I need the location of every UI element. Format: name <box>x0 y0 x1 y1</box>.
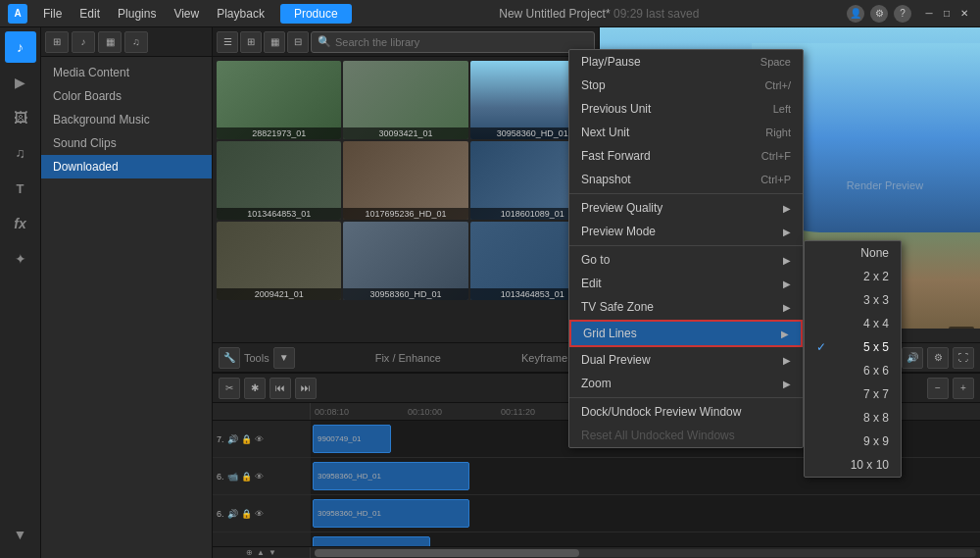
help-icon[interactable]: ? <box>894 5 911 23</box>
ruler-time-1: 00:08:10 <box>315 407 349 417</box>
sub-2x2[interactable]: 2 x 2 <box>805 265 901 288</box>
sub-6x6[interactable]: 6 x 6 <box>805 359 901 382</box>
ctx-tv-safe-zone[interactable]: TV Safe Zone ▶ <box>569 295 803 319</box>
track-content-6a[interactable]: 30958360_HD_01 <box>311 495 980 532</box>
media-thumb-1[interactable]: 28821973_01 <box>217 61 341 139</box>
scrollbar-thumb[interactable] <box>315 549 579 557</box>
ctx-goto[interactable]: Go to ▶ <box>569 248 803 272</box>
view-grid-btn[interactable]: ⊞ <box>240 31 262 53</box>
panel-tool-4[interactable]: ♫ <box>124 31 148 53</box>
sub-4x4[interactable]: 4 x 4 <box>805 312 901 335</box>
add-track-btn[interactable]: ⊕ <box>246 548 253 557</box>
sort-btn[interactable]: ⊟ <box>287 31 309 53</box>
timeline-redo[interactable]: ⏭ <box>295 378 317 399</box>
ctx-preview-mode[interactable]: Preview Mode ▶ <box>569 220 803 243</box>
panel-item-bgmusic[interactable]: Background Music <box>41 108 212 131</box>
ctx-dock-undock[interactable]: Dock/Undock Preview Window <box>569 400 803 424</box>
sidebar-collapse-icon[interactable]: ▼ <box>5 519 36 550</box>
close-button[interactable]: ✕ <box>956 6 972 22</box>
track-lock-6a[interactable]: 🔒 <box>241 509 252 519</box>
sub-9x9[interactable]: 9 x 9 <box>805 430 901 453</box>
panel-tool-1[interactable]: ⊞ <box>45 31 69 53</box>
sub-7x7[interactable]: 7 x 7 <box>805 382 901 406</box>
track-down-btn[interactable]: ▼ <box>269 548 276 557</box>
track-clip-6a[interactable]: 30958360_HD_01 <box>313 499 469 529</box>
minimize-button[interactable]: ─ <box>921 6 937 22</box>
track-clip-5[interactable]: 30958360_HD_01 <box>313 536 430 546</box>
sub-3x3[interactable]: 3 x 3 <box>805 288 901 312</box>
produce-button[interactable]: Produce <box>280 4 352 24</box>
timeline-zoom-out[interactable]: − <box>927 378 949 399</box>
horizontal-scrollbar[interactable] <box>315 549 976 557</box>
ctx-preview-quality[interactable]: Preview Quality ▶ <box>569 196 803 220</box>
media-thumb-4[interactable]: 1013464853_01 <box>217 141 341 220</box>
sidebar-playback-icon[interactable]: ▶ <box>5 67 36 98</box>
panel-tool-3[interactable]: ▦ <box>98 31 122 53</box>
media-thumb-8[interactable]: 30958360_HD_01 <box>343 222 467 300</box>
ctx-zoom[interactable]: Zoom ▶ <box>569 372 803 395</box>
ctx-play-pause-shortcut: Space <box>760 56 791 68</box>
timeline-undo[interactable]: ⏮ <box>270 378 291 399</box>
ctx-next-unit[interactable]: Next Unit Right <box>569 121 803 144</box>
view-thumb-btn[interactable]: ▦ <box>264 31 285 53</box>
preview-fullscreen-btn[interactable]: ⛶ <box>953 347 974 369</box>
panel-item-media[interactable]: Media Content <box>41 61 212 84</box>
track-eye-6a[interactable]: 👁 <box>255 509 264 519</box>
menu-playback[interactable]: Playback <box>209 5 272 23</box>
view-list-btn[interactable]: ☰ <box>217 31 238 53</box>
menu-bar[interactable]: File Edit Plugins View Playback <box>35 5 272 23</box>
ctx-stop[interactable]: Stop Ctrl+/ <box>569 74 803 97</box>
sidebar-photo-icon[interactable]: 🖼 <box>5 102 36 133</box>
timeline-scrollbar[interactable]: ⊕ ▲ ▼ <box>213 546 980 558</box>
menu-file[interactable]: File <box>35 5 70 23</box>
preview-settings-btn[interactable]: ⚙ <box>927 347 949 369</box>
sub-10x10[interactable]: 10 x 10 <box>805 453 901 477</box>
track-eye-6v[interactable]: 👁 <box>255 472 264 482</box>
sidebar-music-icon[interactable]: ♫ <box>5 137 36 169</box>
panel-item-soundclips[interactable]: Sound Clips <box>41 131 212 155</box>
sidebar-star-icon[interactable]: ✦ <box>5 243 36 275</box>
search-input[interactable] <box>335 36 588 48</box>
track-lock-7a[interactable]: 🔒 <box>241 434 252 444</box>
track-up-btn[interactable]: ▲ <box>257 548 265 557</box>
menu-plugins[interactable]: Plugins <box>110 5 164 23</box>
ctx-fast-forward[interactable]: Fast Forward Ctrl+F <box>569 144 803 168</box>
media-bottom-toolbar: 🔧 Tools ▼ Fix / Enhance Keyframe ⊕ <box>213 342 599 372</box>
panel-tool-2[interactable]: ♪ <box>72 31 95 53</box>
panel-item-colorboards[interactable]: Color Boards <box>41 84 212 108</box>
media-thumb-2[interactable]: 30093421_01 <box>343 61 467 139</box>
sub-none[interactable]: None <box>805 241 901 265</box>
timeline-zoom-in[interactable]: + <box>953 378 974 399</box>
media-thumb-5[interactable]: 1017695236_HD_01 <box>343 141 467 220</box>
ctx-edit[interactable]: Edit ▶ <box>569 272 803 295</box>
sidebar-fx-icon[interactable]: fx <box>5 208 36 239</box>
media-thumb-7[interactable]: 2009421_01 <box>217 222 341 300</box>
tools-btn[interactable]: 🔧 <box>219 347 240 369</box>
ctx-play-pause[interactable]: Play/Pause Space <box>569 50 803 74</box>
track-eye-7a[interactable]: 👁 <box>255 434 264 444</box>
sub-5x5[interactable]: ✓ 5 x 5 <box>805 335 901 359</box>
account-icon[interactable]: 👤 <box>847 5 864 23</box>
sidebar-text-icon[interactable]: T <box>5 173 36 204</box>
track-clip-6v[interactable]: 30958360_HD_01 <box>313 462 469 491</box>
ctx-grid-lines[interactable]: Grid Lines ▶ <box>571 322 801 345</box>
menu-view[interactable]: View <box>166 5 207 23</box>
track-content-5[interactable]: 30958360_HD_01 <box>311 533 980 546</box>
ctx-tv-safe-zone-label: TV Safe Zone <box>581 300 654 314</box>
maximize-button[interactable]: □ <box>939 6 955 22</box>
tools-arrow[interactable]: ▼ <box>273 347 295 369</box>
timeline-tool-1[interactable]: ✂ <box>219 378 240 399</box>
timeline-tool-2[interactable]: ✱ <box>244 378 266 399</box>
ctx-prev-unit[interactable]: Previous Unit Left <box>569 97 803 121</box>
preview-volume-btn[interactable]: 🔊 <box>902 347 923 369</box>
settings-icon[interactable]: ⚙ <box>870 5 888 23</box>
track-lock-6v[interactable]: 🔒 <box>241 472 252 482</box>
media-grid: 28821973_01 30093421_01 30958360_HD_01 1… <box>213 57 599 304</box>
ctx-dual-preview[interactable]: Dual Preview ▶ <box>569 348 803 372</box>
menu-edit[interactable]: Edit <box>72 5 108 23</box>
sub-8x8[interactable]: 8 x 8 <box>805 406 901 430</box>
sidebar-media-icon[interactable]: ♪ <box>5 31 36 63</box>
panel-item-downloaded[interactable]: Downloaded <box>41 155 212 178</box>
track-clip-7a[interactable]: 9900749_01 <box>313 425 391 454</box>
ctx-snapshot[interactable]: Snapshot Ctrl+P <box>569 168 803 191</box>
